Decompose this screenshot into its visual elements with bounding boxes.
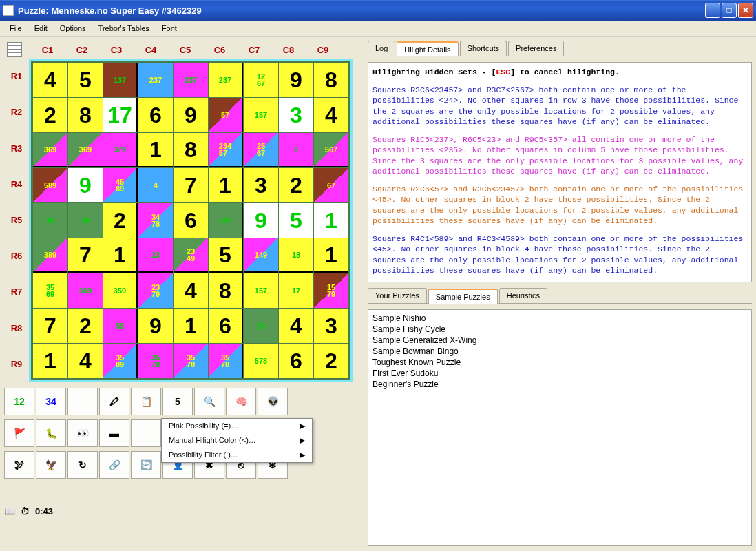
cell-r8c9[interactable]: 3 xyxy=(314,309,348,343)
cell-r6c1[interactable]: 389 xyxy=(33,238,67,273)
cell-r1c8[interactable]: 9 xyxy=(279,63,313,97)
tool-button-10[interactable]: 🐛 xyxy=(36,419,66,447)
cell-r9c7[interactable]: 578 xyxy=(244,344,278,378)
tool-button-2[interactable] xyxy=(67,388,98,415)
grid-icon[interactable] xyxy=(7,42,22,57)
cell-r9c9[interactable]: 2 xyxy=(314,344,348,378)
menu-options[interactable]: Options xyxy=(54,23,92,34)
tool-button-9[interactable]: 🚩 xyxy=(4,419,34,447)
tab-shortcuts[interactable]: Shortcuts xyxy=(460,41,507,56)
cell-r8c2[interactable]: 2 xyxy=(68,309,103,343)
ctx-pink[interactable]: Pink Possibility (=)…▶ xyxy=(162,419,312,433)
sample-item[interactable]: Sample Fishy Cycle xyxy=(371,324,748,335)
tool-button-7[interactable]: 🧠 xyxy=(226,388,256,415)
cell-r3c7[interactable]: 25 67 xyxy=(244,133,278,167)
cell-r8c8[interactable]: 4 xyxy=(279,309,313,343)
cell-r1c1[interactable]: 4 xyxy=(33,63,67,97)
minimize-button[interactable]: _ xyxy=(705,3,720,18)
book-icon[interactable]: 📖 xyxy=(4,506,15,517)
cell-r7c6[interactable]: 8 xyxy=(209,273,243,308)
tool-button-20[interactable]: ↻ xyxy=(67,451,98,479)
sample-item[interactable]: Beginner's Puzzle xyxy=(371,379,748,390)
cell-r8c1[interactable]: 7 xyxy=(33,309,67,343)
tool-button-4[interactable]: 📋 xyxy=(131,388,161,415)
stopwatch-icon[interactable]: ⏱ xyxy=(21,506,30,517)
cell-r1c7[interactable]: 12 67 xyxy=(244,63,278,97)
hilight-panel[interactable]: Hilighting Hidden Sets - [ESC] to cancel… xyxy=(368,62,752,282)
tool-button-1[interactable]: 34 xyxy=(36,388,66,415)
cell-r8c4[interactable]: 9 xyxy=(138,309,173,343)
sample-item[interactable]: Sample Generalized X-Wing xyxy=(371,335,748,346)
ctx-manual[interactable]: Manual Hilight Color (<)…▶ xyxy=(162,433,312,448)
cell-r2c7[interactable]: 157 xyxy=(244,98,278,132)
cell-r1c2[interactable]: 5 xyxy=(68,63,103,97)
cell-r9c1[interactable]: 1 xyxy=(33,344,67,378)
tool-button-0[interactable]: 12 xyxy=(4,388,34,415)
cell-r4c5[interactable]: 7 xyxy=(174,168,208,202)
cell-r7c4[interactable]: 23 79 xyxy=(138,273,173,308)
tab-hilight-details[interactable]: Hilight Details xyxy=(397,41,458,56)
cell-r1c6[interactable]: 237 xyxy=(209,63,243,97)
cell-r3c8[interactable]: 2 xyxy=(279,133,313,167)
cell-r7c8[interactable]: 17 xyxy=(279,273,313,308)
cell-r9c5[interactable]: 35 78 xyxy=(174,344,208,378)
sample-item[interactable]: Sample Bowman Bingo xyxy=(371,346,748,357)
cell-r5c9[interactable]: 1 xyxy=(314,203,348,238)
menu-edit[interactable]: Edit xyxy=(29,23,53,34)
tab-sample-puzzles[interactable]: Sample Puzzles xyxy=(428,289,498,304)
tab-heuristics[interactable]: Heuristics xyxy=(499,288,547,303)
tab-preferences[interactable]: Preferences xyxy=(508,41,564,56)
tool-button-22[interactable]: 🔄 xyxy=(131,451,161,479)
tool-button-13[interactable] xyxy=(131,419,161,447)
cell-r4c1[interactable]: 589 xyxy=(33,168,67,202)
tool-button-11[interactable]: 👀 xyxy=(67,419,98,447)
cell-r2c4[interactable]: 6 xyxy=(138,98,173,132)
cell-r7c3[interactable]: 359 xyxy=(103,273,138,308)
close-button[interactable]: ✕ xyxy=(738,3,753,18)
sample-item[interactable]: First Ever Sudoku xyxy=(371,368,748,379)
cell-r5c4[interactable]: 34 78 xyxy=(138,203,173,238)
sudoku-grid[interactable]: 4513723723723712 67982817695715734369369… xyxy=(31,61,350,380)
tab-log[interactable]: Log xyxy=(368,41,395,56)
cell-r4c6[interactable]: 1 xyxy=(209,168,243,202)
cell-r1c5[interactable]: 237 xyxy=(174,63,208,97)
menu-trebor[interactable]: Trebor's Tables xyxy=(93,23,155,34)
tool-button-21[interactable]: 🔗 xyxy=(99,451,129,479)
cell-r3c3[interactable]: 379 xyxy=(103,133,138,167)
cell-r4c2[interactable]: 9 xyxy=(68,168,103,202)
cell-r8c7[interactable]: 58 xyxy=(244,309,278,343)
tool-button-19[interactable]: 🦅 xyxy=(36,451,66,479)
tool-button-5[interactable]: 5 xyxy=(162,388,193,415)
cell-r3c9[interactable]: 567 xyxy=(314,133,348,167)
cell-r9c3[interactable]: 35 89 xyxy=(103,344,138,378)
cell-r7c2[interactable]: 369 xyxy=(68,273,103,308)
cell-r9c6[interactable]: 35 78 xyxy=(209,344,243,378)
cell-r3c1[interactable]: 369 xyxy=(33,133,67,167)
tool-button-12[interactable]: ▬ xyxy=(99,419,129,447)
cell-r3c6[interactable]: 234 57 xyxy=(209,133,243,167)
menu-font[interactable]: Font xyxy=(156,23,182,34)
cell-r4c7[interactable]: 3 xyxy=(244,168,278,202)
cell-r4c9[interactable]: 67 xyxy=(314,168,348,202)
cell-r6c9[interactable]: 1 xyxy=(314,238,348,273)
cell-r9c8[interactable]: 6 xyxy=(279,344,313,378)
ctx-filter[interactable]: Possibility Filter (;)…▶ xyxy=(162,448,312,462)
tab-your-puzzles[interactable]: Your Puzzles xyxy=(368,288,427,303)
cell-r4c8[interactable]: 2 xyxy=(279,168,313,202)
cell-r2c2[interactable]: 8 xyxy=(68,98,103,132)
cell-r5c1[interactable]: 38 xyxy=(33,203,67,238)
cell-r6c8[interactable]: 18 xyxy=(279,238,313,273)
cell-r7c9[interactable]: 15 79 xyxy=(314,273,348,308)
cell-r3c5[interactable]: 8 xyxy=(174,133,208,167)
cell-r6c3[interactable]: 1 xyxy=(103,238,138,273)
cell-r7c5[interactable]: 4 xyxy=(174,273,208,308)
cell-r8c5[interactable]: 1 xyxy=(174,309,208,343)
cell-r6c7[interactable]: 149 xyxy=(244,238,278,273)
cell-r2c8[interactable]: 3 xyxy=(279,98,313,132)
cell-r5c7[interactable]: 9 xyxy=(244,203,278,238)
tool-button-8[interactable]: 👽 xyxy=(258,388,288,415)
cell-r4c4[interactable]: 4 xyxy=(138,168,173,202)
menu-file[interactable]: File xyxy=(4,23,28,34)
cell-r8c6[interactable]: 6 xyxy=(209,309,243,343)
cell-r5c3[interactable]: 2 xyxy=(103,203,138,238)
